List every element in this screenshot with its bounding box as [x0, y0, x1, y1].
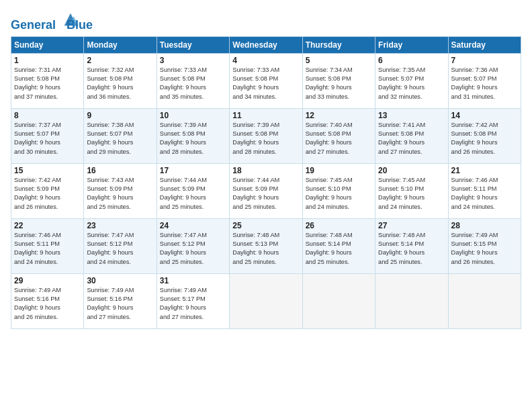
day-number: 8 [14, 111, 81, 120]
day-info: Sunrise: 7:46 AM Sunset: 5:11 PM Dayligh… [14, 231, 81, 267]
calendar-day-cell: 2Sunrise: 7:32 AM Sunset: 5:08 PM Daylig… [84, 53, 157, 108]
calendar-day-cell: 4Sunrise: 7:33 AM Sunset: 5:08 PM Daylig… [230, 53, 302, 108]
day-info: Sunrise: 7:47 AM Sunset: 5:12 PM Dayligh… [87, 231, 153, 267]
day-info: Sunrise: 7:36 AM Sunset: 5:07 PM Dayligh… [451, 66, 518, 101]
day-info: Sunrise: 7:39 AM Sunset: 5:08 PM Dayligh… [160, 121, 226, 156]
calendar-day-cell: 28Sunrise: 7:49 AM Sunset: 5:15 PM Dayli… [448, 218, 521, 273]
day-number: 15 [14, 166, 81, 175]
calendar-day-cell: 26Sunrise: 7:48 AM Sunset: 5:14 PM Dayli… [302, 218, 375, 273]
weekday-header: Friday [375, 36, 448, 53]
calendar-day-cell: 15Sunrise: 7:42 AM Sunset: 5:09 PM Dayli… [11, 163, 84, 218]
weekday-header: Thursday [302, 36, 375, 53]
calendar-day-cell: 20Sunrise: 7:45 AM Sunset: 5:10 PM Dayli… [375, 163, 448, 218]
day-info: Sunrise: 7:49 AM Sunset: 5:16 PM Dayligh… [14, 286, 81, 322]
day-info: Sunrise: 7:48 AM Sunset: 5:14 PM Dayligh… [378, 231, 445, 267]
day-number: 27 [378, 221, 445, 230]
weekday-header: Saturday [448, 36, 521, 53]
calendar-day-cell: 16Sunrise: 7:43 AM Sunset: 5:09 PM Dayli… [84, 163, 157, 218]
calendar-day-cell: 13Sunrise: 7:41 AM Sunset: 5:08 PM Dayli… [375, 108, 448, 163]
weekday-header: Tuesday [157, 36, 229, 53]
calendar-day-cell: 23Sunrise: 7:47 AM Sunset: 5:12 PM Dayli… [84, 218, 157, 273]
logo: General Blue [11, 9, 93, 32]
calendar-day-cell [302, 273, 375, 328]
day-number: 21 [451, 166, 518, 175]
calendar-day-cell: 7Sunrise: 7:36 AM Sunset: 5:07 PM Daylig… [448, 53, 521, 108]
day-info: Sunrise: 7:39 AM Sunset: 5:08 PM Dayligh… [232, 121, 299, 156]
calendar-day-cell: 25Sunrise: 7:48 AM Sunset: 5:13 PM Dayli… [230, 218, 302, 273]
calendar-day-cell: 21Sunrise: 7:46 AM Sunset: 5:11 PM Dayli… [448, 163, 521, 218]
day-number: 12 [306, 111, 372, 120]
weekday-header: Wednesday [230, 36, 302, 53]
calendar-day-cell [230, 273, 302, 328]
calendar-week-row: 1Sunrise: 7:31 AM Sunset: 5:08 PM Daylig… [11, 53, 521, 108]
day-info: Sunrise: 7:41 AM Sunset: 5:08 PM Dayligh… [378, 121, 445, 156]
calendar-day-cell: 31Sunrise: 7:49 AM Sunset: 5:17 PM Dayli… [157, 273, 229, 328]
calendar-day-cell: 6Sunrise: 7:35 AM Sunset: 5:07 PM Daylig… [375, 53, 448, 108]
day-number: 20 [378, 166, 445, 175]
day-info: Sunrise: 7:43 AM Sunset: 5:09 PM Dayligh… [87, 176, 153, 212]
day-info: Sunrise: 7:44 AM Sunset: 5:09 PM Dayligh… [160, 176, 226, 212]
calendar-day-cell: 1Sunrise: 7:31 AM Sunset: 5:08 PM Daylig… [11, 53, 84, 108]
day-number: 23 [87, 221, 153, 230]
calendar-day-cell: 10Sunrise: 7:39 AM Sunset: 5:08 PM Dayli… [157, 108, 229, 163]
day-number: 1 [14, 56, 81, 65]
calendar-day-cell: 5Sunrise: 7:34 AM Sunset: 5:08 PM Daylig… [302, 53, 375, 108]
day-number: 3 [160, 56, 226, 65]
calendar-day-cell: 17Sunrise: 7:44 AM Sunset: 5:09 PM Dayli… [157, 163, 229, 218]
calendar-day-cell: 22Sunrise: 7:46 AM Sunset: 5:11 PM Dayli… [11, 218, 84, 273]
calendar-container: General Blue SundayMondayTuesdayWednesda… [0, 0, 532, 336]
calendar-day-cell: 11Sunrise: 7:39 AM Sunset: 5:08 PM Dayli… [230, 108, 302, 163]
day-number: 22 [14, 221, 81, 230]
day-info: Sunrise: 7:38 AM Sunset: 5:07 PM Dayligh… [87, 121, 153, 156]
day-info: Sunrise: 7:49 AM Sunset: 5:16 PM Dayligh… [87, 286, 153, 322]
calendar-day-cell: 24Sunrise: 7:47 AM Sunset: 5:12 PM Dayli… [157, 218, 229, 273]
day-number: 10 [160, 111, 226, 120]
day-number: 31 [160, 276, 226, 285]
day-number: 11 [232, 111, 299, 120]
day-number: 19 [306, 166, 372, 175]
calendar-week-row: 8Sunrise: 7:37 AM Sunset: 5:07 PM Daylig… [11, 108, 521, 163]
calendar-day-cell: 3Sunrise: 7:33 AM Sunset: 5:08 PM Daylig… [157, 53, 229, 108]
day-info: Sunrise: 7:31 AM Sunset: 5:08 PM Dayligh… [14, 66, 81, 101]
weekday-header: Monday [84, 36, 157, 53]
calendar-day-cell: 27Sunrise: 7:48 AM Sunset: 5:14 PM Dayli… [375, 218, 448, 273]
calendar-header: SundayMondayTuesdayWednesdayThursdayFrid… [11, 36, 521, 53]
day-info: Sunrise: 7:49 AM Sunset: 5:17 PM Dayligh… [160, 286, 226, 322]
day-info: Sunrise: 7:34 AM Sunset: 5:08 PM Dayligh… [306, 66, 372, 101]
calendar-week-row: 22Sunrise: 7:46 AM Sunset: 5:11 PM Dayli… [11, 218, 521, 273]
day-info: Sunrise: 7:48 AM Sunset: 5:14 PM Dayligh… [306, 231, 372, 267]
weekday-header: Sunday [11, 36, 84, 53]
calendar-day-cell: 19Sunrise: 7:45 AM Sunset: 5:10 PM Dayli… [302, 163, 375, 218]
calendar-day-cell: 18Sunrise: 7:44 AM Sunset: 5:09 PM Dayli… [230, 163, 302, 218]
calendar-day-cell [448, 273, 521, 328]
day-info: Sunrise: 7:44 AM Sunset: 5:09 PM Dayligh… [232, 176, 299, 212]
day-number: 24 [160, 221, 226, 230]
day-info: Sunrise: 7:42 AM Sunset: 5:08 PM Dayligh… [451, 121, 518, 156]
calendar-day-cell: 12Sunrise: 7:40 AM Sunset: 5:08 PM Dayli… [302, 108, 375, 163]
day-number: 14 [451, 111, 518, 120]
day-info: Sunrise: 7:32 AM Sunset: 5:08 PM Dayligh… [87, 66, 153, 101]
day-number: 26 [306, 221, 372, 230]
day-number: 6 [378, 56, 445, 65]
calendar-day-cell: 8Sunrise: 7:37 AM Sunset: 5:07 PM Daylig… [11, 108, 84, 163]
calendar-day-cell: 29Sunrise: 7:49 AM Sunset: 5:16 PM Dayli… [11, 273, 84, 328]
header: General Blue [11, 7, 521, 32]
day-number: 29 [14, 276, 81, 285]
day-info: Sunrise: 7:47 AM Sunset: 5:12 PM Dayligh… [160, 231, 226, 267]
day-info: Sunrise: 7:35 AM Sunset: 5:07 PM Dayligh… [378, 66, 445, 101]
day-number: 16 [87, 166, 153, 175]
day-number: 4 [232, 56, 299, 65]
calendar-week-row: 29Sunrise: 7:49 AM Sunset: 5:16 PM Dayli… [11, 273, 521, 328]
day-info: Sunrise: 7:37 AM Sunset: 5:07 PM Dayligh… [14, 121, 81, 156]
logo-text2: Blue [66, 8, 93, 32]
day-number: 18 [232, 166, 299, 175]
calendar-table: SundayMondayTuesdayWednesdayThursdayFrid… [11, 36, 521, 329]
calendar-body: 1Sunrise: 7:31 AM Sunset: 5:08 PM Daylig… [11, 53, 521, 328]
calendar-day-cell: 30Sunrise: 7:49 AM Sunset: 5:16 PM Dayli… [84, 273, 157, 328]
day-info: Sunrise: 7:40 AM Sunset: 5:08 PM Dayligh… [306, 121, 372, 156]
day-number: 5 [306, 56, 372, 65]
day-info: Sunrise: 7:46 AM Sunset: 5:11 PM Dayligh… [451, 176, 518, 212]
day-info: Sunrise: 7:45 AM Sunset: 5:10 PM Dayligh… [306, 176, 372, 212]
day-number: 2 [87, 56, 153, 65]
day-info: Sunrise: 7:42 AM Sunset: 5:09 PM Dayligh… [14, 176, 81, 212]
